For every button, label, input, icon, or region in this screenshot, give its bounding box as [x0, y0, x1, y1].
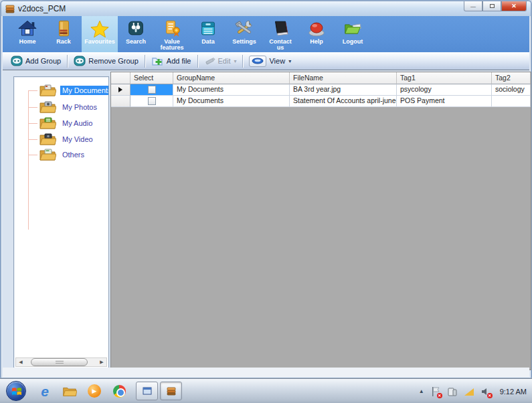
tree-connector-line: [28, 90, 37, 91]
toolbar-item-rack[interactable]: Rack: [46, 16, 82, 52]
taskbar-window-button[interactable]: [136, 382, 158, 400]
groupname-cell[interactable]: My Documents: [173, 84, 290, 96]
sidebar-item-label: My Video: [60, 135, 95, 144]
sidebar-item-my-photos[interactable]: My Photos: [14, 99, 99, 115]
home-icon: [17, 19, 37, 37]
file-explorer-icon[interactable]: [62, 384, 77, 398]
select-cell[interactable]: [130, 96, 173, 107]
column-header-filename[interactable]: FileName: [290, 72, 397, 84]
view-dropdown-arrow-icon[interactable]: ▾: [288, 58, 291, 64]
toolbar-separator: [145, 55, 145, 68]
toolbar-item-value-features[interactable]: Value features: [154, 16, 190, 52]
select-checkbox[interactable]: [148, 86, 156, 94]
toolbar-label: Home: [19, 39, 35, 45]
quick-launch: e ▶: [37, 384, 126, 398]
scrollbar-thumb[interactable]: [31, 358, 88, 366]
scrollbar-track[interactable]: [25, 358, 97, 366]
sidebar-item-my-audio[interactable]: My Audio: [14, 115, 94, 131]
internet-explorer-icon[interactable]: e: [37, 384, 52, 398]
restore-button[interactable]: [482, 1, 501, 11]
main-toolbar: Home Rack Favourites: [3, 16, 529, 52]
toolbar-separator: [242, 55, 243, 68]
chrome-icon[interactable]: [112, 384, 126, 398]
scroll-left-arrow-icon[interactable]: ◀: [16, 358, 25, 366]
select-checkbox[interactable]: [148, 97, 156, 105]
remove-group-label: Remove Group: [88, 57, 139, 65]
toolbar-item-help[interactable]: Help: [298, 16, 335, 52]
files-grid: Select GroupName FileName Tag1 Tag2 My D…: [110, 72, 531, 370]
groupname-cell[interactable]: My Documents: [173, 96, 290, 107]
toolbar-item-favourites[interactable]: Favourites: [82, 16, 118, 52]
minimize-button[interactable]: —: [464, 1, 482, 11]
app-icon: [167, 386, 176, 396]
book-icon: [270, 19, 290, 37]
close-button[interactable]: ✕: [501, 1, 527, 11]
folder-icon: [39, 100, 56, 114]
toolbar-label: Value features: [160, 39, 183, 52]
sidebar-item-my-video[interactable]: My Video: [14, 131, 95, 147]
system-tray: ▲ ✕ ✕ 9:12 AM: [419, 379, 527, 403]
volume-muted-icon[interactable]: ✕: [480, 386, 491, 397]
device-icon[interactable]: [447, 386, 458, 397]
view-button[interactable]: View ▾: [245, 54, 295, 68]
tools-icon: [234, 19, 254, 37]
tree-connector-line: [28, 139, 37, 140]
tag2-cell[interactable]: sociology: [492, 84, 531, 96]
row-selector[interactable]: [111, 96, 130, 107]
edit-button[interactable]: Edit ▾: [200, 55, 241, 68]
select-cell[interactable]: [130, 84, 173, 96]
network-signal-icon[interactable]: [464, 386, 474, 397]
edit-dropdown-arrow-icon[interactable]: ▾: [234, 58, 236, 64]
restore-icon: [490, 4, 495, 8]
row-selector[interactable]: [111, 84, 130, 96]
toolbar-item-settings[interactable]: Settings: [226, 16, 262, 52]
folder-plus-icon: [151, 56, 164, 66]
filename-cell[interactable]: BA 3rd year.jpg: [290, 84, 397, 96]
content-area: My Documents My Photos: [3, 70, 529, 368]
show-hidden-icons-arrow-icon[interactable]: ▲: [419, 388, 424, 394]
app-icon: [5, 4, 15, 13]
add-group-button[interactable]: Add Group: [7, 54, 65, 68]
toolbar-label: Settings: [232, 39, 256, 45]
tree-connector-line: [28, 123, 37, 124]
toolbar-item-contact-us[interactable]: Contact us: [262, 16, 298, 52]
grid-row-1[interactable]: My Documents BA 3rd year.jpg psycology s…: [111, 84, 531, 96]
toolbar-label: Help: [310, 39, 323, 45]
view-label: View: [269, 57, 285, 65]
sidebar-item-my-documents[interactable]: My Documents: [14, 82, 108, 98]
tag1-cell[interactable]: psycology: [397, 84, 492, 96]
grid-row-2[interactable]: My Documents Statement Of Accounts april…: [111, 96, 531, 107]
toolbar-label: Data: [201, 39, 215, 45]
window-icon: [143, 387, 152, 395]
filename-cell[interactable]: Statement Of Accounts april-june-2013...: [290, 96, 397, 107]
sidebar-item-others[interactable]: Others: [14, 147, 86, 163]
sidebar-horizontal-scrollbar[interactable]: ◀ ▶: [15, 357, 107, 367]
group-badge-icon: [11, 56, 23, 66]
toolbar-item-logout[interactable]: Logout: [335, 16, 371, 52]
window-bottom-strip: [3, 368, 529, 378]
pencil-icon: [204, 56, 215, 66]
tag1-cell[interactable]: POS Payment: [397, 96, 492, 107]
tag2-cell[interactable]: [492, 96, 531, 107]
green-folder-icon: [343, 19, 363, 37]
taskbar-app-button[interactable]: [160, 382, 182, 400]
scroll-right-arrow-icon[interactable]: ▶: [97, 358, 106, 366]
column-header-select[interactable]: Select: [130, 72, 173, 84]
toolbar-item-home[interactable]: Home: [9, 16, 46, 52]
remove-group-button[interactable]: Remove Group: [70, 54, 143, 68]
column-header-tag2[interactable]: Tag2: [492, 72, 531, 84]
action-center-flag-icon[interactable]: ✕: [430, 386, 441, 397]
add-file-button[interactable]: Add file: [147, 54, 195, 68]
column-header-groupname[interactable]: GroupName: [173, 72, 290, 84]
media-player-icon[interactable]: ▶: [87, 384, 102, 398]
row-header-column: [111, 72, 130, 84]
toolbar-item-search[interactable]: Search: [118, 16, 154, 52]
toolbar-item-data[interactable]: Data: [190, 16, 226, 52]
start-button[interactable]: [6, 381, 26, 401]
titlebar[interactable]: v2docs_PCM — ✕: [1, 1, 531, 16]
sidebar-item-label: My Documents: [60, 86, 108, 95]
column-header-tag1[interactable]: Tag1: [397, 72, 492, 84]
group-badge-icon: [74, 56, 86, 66]
taskbar-buttons: [136, 382, 182, 400]
taskbar-clock[interactable]: 9:12 AM: [500, 388, 527, 396]
